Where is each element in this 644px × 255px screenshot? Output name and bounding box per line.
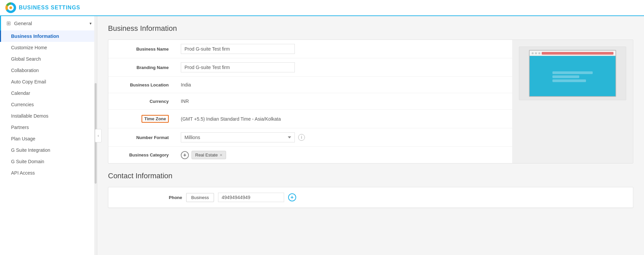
sidebar-general-label: General xyxy=(14,20,32,26)
business-name-value xyxy=(175,40,512,58)
app-logo-icon xyxy=(5,2,16,13)
sidebar-item-calendar[interactable]: Calendar xyxy=(0,87,97,99)
form-row-business-category: Business Category + Real Estate × xyxy=(108,147,512,164)
sidebar-item-partners[interactable]: Partners xyxy=(0,122,97,133)
time-zone-value: (GMT +5.5) Indian Standard Time - Asia/K… xyxy=(175,110,512,128)
browser-url-bar xyxy=(542,52,613,55)
business-name-input[interactable] xyxy=(181,44,295,54)
add-phone-button[interactable]: + xyxy=(288,193,296,201)
sidebar-nav: Business Information Customize Home Glob… xyxy=(0,30,97,184)
form-row-business-name: Business Name xyxy=(108,40,512,58)
phone-number-input[interactable] xyxy=(218,193,284,202)
preview-content-area xyxy=(530,56,615,97)
header-logo: BUSINESS SETTINGS xyxy=(5,2,80,13)
add-icon: + xyxy=(183,152,186,158)
category-tag-label: Real Estate xyxy=(195,152,218,157)
chevron-down-icon: ▾ xyxy=(90,21,92,26)
business-info-title: Business Information xyxy=(108,24,633,33)
collapse-icon: ‹ xyxy=(98,133,99,138)
add-category-button[interactable]: + xyxy=(181,151,189,159)
form-row-branding-name: Branding Name xyxy=(108,58,512,77)
form-row-number-format: Number Format Millions Thousands Lakhs xyxy=(108,128,512,147)
number-format-label: Number Format xyxy=(108,128,175,147)
preview-line-2 xyxy=(552,75,579,78)
preview-mock-browser xyxy=(529,50,616,97)
sidebar-item-customize-home[interactable]: Customize Home xyxy=(0,42,97,53)
app-title: BUSINESS SETTINGS xyxy=(19,5,80,11)
number-format-value: Millions Thousands Lakhs i xyxy=(175,128,512,147)
sidebar-item-api-access[interactable]: API Access xyxy=(0,167,97,179)
sidebar-item-collaboration[interactable]: Collaboration xyxy=(0,65,97,76)
category-tag-real-estate: Real Estate × xyxy=(192,151,226,159)
browser-dot-3 xyxy=(538,52,540,54)
number-format-select[interactable]: Millions Thousands Lakhs xyxy=(181,132,295,142)
sidebar-item-currencies[interactable]: Currencies xyxy=(0,99,97,110)
business-name-label: Business Name xyxy=(108,40,175,58)
business-location-label: Business Location xyxy=(108,77,175,93)
top-header: BUSINESS SETTINGS xyxy=(0,0,644,16)
sidebar-item-auto-copy-email[interactable]: Auto Copy Email xyxy=(0,76,97,87)
sidebar-item-g-suite-domain[interactable]: G Suite Domain xyxy=(0,156,97,167)
currency-label: Currency xyxy=(108,93,175,110)
business-form-table: Business Name Branding Name xyxy=(108,40,512,163)
currency-value: INR xyxy=(175,93,512,110)
preview-line-3 xyxy=(552,79,586,82)
sidebar-item-global-search[interactable]: Global Search xyxy=(0,53,97,65)
time-zone-label: Time Zone xyxy=(108,110,175,128)
preview-lines xyxy=(552,71,593,82)
phone-row: Phone Business + xyxy=(108,187,633,208)
business-info-card: Business Name Branding Name xyxy=(108,40,633,164)
sidebar: ⊞ General ▾ Business Information Customi… xyxy=(0,16,97,255)
phone-type-button[interactable]: Business xyxy=(186,193,214,202)
time-zone-text: (GMT +5.5) Indian Standard Time - Asia/K… xyxy=(181,115,507,123)
currency-text: INR xyxy=(181,97,507,105)
business-location-value: India xyxy=(175,77,512,93)
sidebar-collapse-button[interactable]: ‹ xyxy=(95,129,102,142)
preview-browser-bar xyxy=(530,51,615,56)
sidebar-general-header[interactable]: ⊞ General ▾ xyxy=(0,16,97,30)
form-row-currency: Currency INR xyxy=(108,93,512,110)
contact-info-card: Phone Business + xyxy=(108,187,633,208)
business-category-label: Business Category xyxy=(108,147,175,164)
category-row: + Real Estate × xyxy=(181,151,507,159)
main-content: Business Information Business Name Brand… xyxy=(97,16,644,255)
number-format-info-icon[interactable]: i xyxy=(298,134,305,141)
sidebar-item-plan-usage[interactable]: Plan Usage xyxy=(0,133,97,144)
add-phone-icon: + xyxy=(290,194,293,200)
remove-category-button[interactable]: × xyxy=(220,152,222,157)
preview-area xyxy=(519,47,626,100)
sidebar-item-installable-demos[interactable]: Installable Demos xyxy=(0,110,97,122)
grid-icon: ⊞ xyxy=(6,20,11,26)
branding-name-value xyxy=(175,58,512,77)
phone-label: Phone xyxy=(169,195,182,200)
sidebar-item-business-information[interactable]: Business Information xyxy=(0,30,97,42)
branding-name-label: Branding Name xyxy=(108,58,175,77)
general-header-left: ⊞ General xyxy=(6,20,32,26)
main-layout: ⊞ General ▾ Business Information Customi… xyxy=(0,16,644,255)
business-location-text: India xyxy=(181,81,507,89)
number-format-select-row: Millions Thousands Lakhs i xyxy=(181,132,507,142)
card-preview xyxy=(512,40,633,163)
browser-dot-1 xyxy=(532,52,534,54)
branding-name-input[interactable] xyxy=(181,62,295,72)
card-inner: Business Name Branding Name xyxy=(108,40,633,163)
form-row-time-zone: Time Zone (GMT +5.5) Indian Standard Tim… xyxy=(108,110,512,128)
business-category-value: + Real Estate × xyxy=(175,147,512,164)
contact-info-title: Contact Information xyxy=(108,172,633,180)
card-form: Business Name Branding Name xyxy=(108,40,512,163)
browser-dot-2 xyxy=(535,52,537,54)
preview-line-1 xyxy=(552,71,593,74)
form-row-business-location: Business Location India xyxy=(108,77,512,93)
sidebar-item-g-suite-integration[interactable]: G Suite Integration xyxy=(0,144,97,156)
